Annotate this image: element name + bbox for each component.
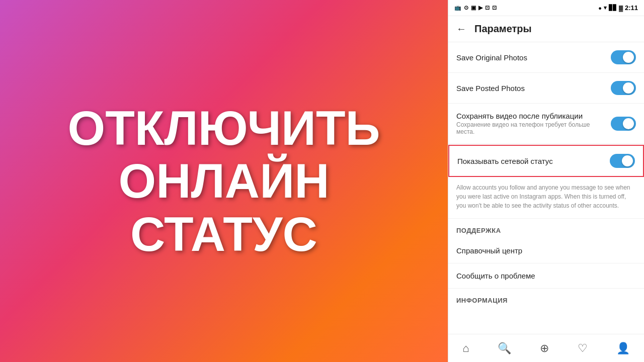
setting-save-original: Save Original Photos [448, 42, 644, 73]
icon-yt2: ⊡ [492, 5, 497, 11]
status-bar: 📺 ⊙ ▣ ▶ ⊡ ⊡ ● ▾ ▊▊ ▓ 2:11 [448, 0, 644, 16]
support-header: ПОДДЕРЖКА [448, 219, 644, 238]
icon-tv: 📺 [454, 5, 461, 11]
menu-help-center[interactable]: Справочный центр [448, 238, 644, 263]
bottom-nav: ⌂ 🔍 ⊕ ♡ 👤 [448, 334, 644, 362]
toggle-save-posted[interactable] [611, 81, 636, 95]
network-status-description: Allow accounts you follow and anyone you… [448, 178, 644, 219]
setting-label-original: Save Original Photos [456, 53, 611, 62]
toggle-save-original[interactable] [611, 50, 636, 64]
phone-panel: 📺 ⊙ ▣ ▶ ⊡ ⊡ ● ▾ ▊▊ ▓ 2:11 ← Параметры Sa… [448, 0, 644, 362]
heading-line1: ОТКЛЮЧИТЬ [67, 102, 380, 155]
battery-icon: ▓ [619, 5, 623, 11]
setting-save-video: Сохранять видео после публикации Сохране… [448, 104, 644, 144]
status-time: 2:11 [625, 4, 638, 12]
icon-yt1: ⊡ [485, 5, 490, 11]
signal-icon: ▊▊ [609, 5, 617, 11]
wifi-icon: ▾ [604, 5, 607, 11]
toggle-network-status[interactable] [610, 154, 635, 168]
header-title: Параметры [474, 23, 532, 35]
status-left-icons: 📺 ⊙ ▣ ▶ ⊡ ⊡ [454, 5, 497, 11]
icon-box: ▣ [471, 5, 476, 11]
nav-profile-icon[interactable]: 👤 [616, 342, 630, 355]
network-icon: ● [598, 5, 602, 11]
nav-search-icon[interactable]: 🔍 [498, 342, 511, 355]
status-right-icons: ● ▾ ▊▊ ▓ 2:11 [598, 4, 638, 12]
menu-report-problem[interactable]: Сообщить о проблеме [448, 263, 644, 289]
info-header: ИНФОРМАЦИЯ [448, 289, 644, 308]
icon-play: ▶ [478, 5, 482, 11]
description-text: Allow accounts you follow and anyone you… [456, 183, 636, 210]
icon-circle2: ⊙ [464, 5, 468, 11]
setting-label-video: Сохранять видео после публикации [456, 112, 606, 120]
nav-add-icon[interactable]: ⊕ [540, 342, 549, 355]
settings-list: Save Original Photos Save Posted Photos … [448, 42, 644, 334]
setting-label-posted: Save Posted Photos [456, 84, 611, 93]
setting-save-posted: Save Posted Photos [448, 73, 644, 104]
app-header: ← Параметры [448, 16, 644, 42]
main-heading: ОТКЛЮЧИТЬ ОНЛАЙН СТАТУС [67, 102, 380, 261]
setting-label-network: Показывать сетевой статус [457, 157, 610, 165]
nav-home-icon[interactable]: ⌂ [462, 342, 469, 355]
toggle-save-video[interactable] [611, 117, 636, 131]
setting-network-status: Показывать сетевой статус [448, 145, 644, 177]
heading-line2: ОНЛАЙН [67, 154, 380, 208]
left-panel: ОТКЛЮЧИТЬ ОНЛАЙН СТАТУС [0, 0, 448, 362]
back-button[interactable]: ← [456, 23, 466, 35]
nav-heart-icon[interactable]: ♡ [578, 342, 588, 355]
heading-line3: СТАТУС [67, 208, 380, 261]
setting-sublabel-video: Сохранение видео на телефон требует боль… [456, 121, 606, 135]
